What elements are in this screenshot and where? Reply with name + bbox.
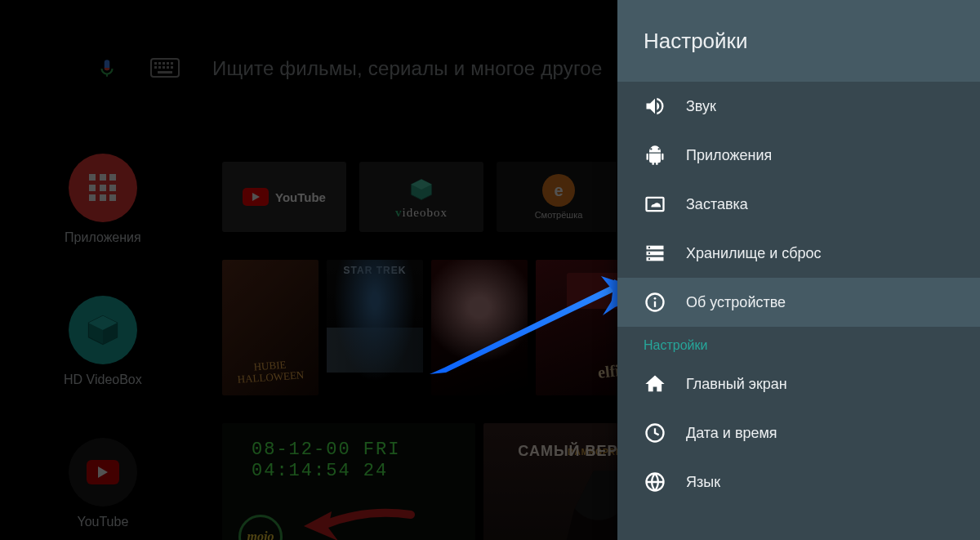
svg-rect-3 — [163, 62, 165, 65]
search-placeholder: Ищите фильмы, сериалы и многое другое — [212, 57, 602, 80]
poster-horror[interactable] — [431, 260, 528, 395]
card-videobox[interactable]: videobox — [359, 162, 483, 232]
svg-point-29 — [648, 252, 650, 254]
settings-panel: Настройки Звук Приложения Заставка Храни… — [617, 0, 980, 540]
svg-point-30 — [648, 258, 650, 260]
settings-storage-label: Хранилище и сброс — [686, 245, 822, 262]
settings-screensaver-label: Заставка — [686, 196, 748, 213]
videobox-card-icon — [407, 175, 436, 204]
settings-language-label: Язык — [686, 474, 720, 491]
settings-datetime[interactable]: Дата и время — [617, 408, 980, 457]
poster-startrek[interactable]: STAR TREK — [327, 260, 423, 395]
settings-language[interactable]: Язык — [617, 457, 980, 507]
rail-youtube-label: YouTube — [77, 515, 128, 529]
card-smotreshka[interactable]: e Смотрёшка — [497, 162, 621, 232]
red-arrow-icon — [301, 508, 415, 540]
rail-apps-label: Приложения — [65, 230, 141, 245]
storage-icon — [644, 242, 666, 265]
settings-storage[interactable]: Хранилище и сброс — [617, 229, 980, 278]
rail-apps[interactable]: Приложения — [65, 154, 141, 245]
settings-datetime-label: Дата и время — [686, 425, 777, 442]
youtube-badge-icon — [243, 188, 269, 206]
wide-poster-terminal[interactable]: 08-12-00 FRI 04:14:54 24 mojo — [222, 423, 475, 540]
settings-about[interactable]: Об устройстве — [617, 278, 980, 327]
poster-hubie-title: HUBIE HALLOWEEN — [229, 357, 311, 385]
settings-apps[interactable]: Приложения — [617, 131, 980, 180]
poster-startrek-title: STAR TREK — [327, 265, 423, 276]
content-row-1: HUBIE HALLOWEEN STAR TREK elfie — [222, 260, 632, 395]
settings-home-label: Главный экран — [686, 376, 787, 393]
youtube-icon — [69, 438, 137, 507]
svg-rect-11 — [158, 71, 172, 74]
settings-about-label: Об устройстве — [686, 294, 786, 311]
settings-section-2: Настройки — [617, 327, 980, 359]
svg-rect-1 — [154, 62, 157, 65]
videobox-icon — [69, 296, 137, 364]
apps-icon — [69, 154, 137, 222]
settings-home[interactable]: Главный экран — [617, 359, 980, 408]
globe-icon — [644, 471, 666, 493]
svg-rect-5 — [171, 62, 173, 65]
settings-screensaver[interactable]: Заставка — [617, 180, 980, 229]
card-youtube[interactable]: YouTube — [222, 162, 346, 232]
card-youtube-label: YouTube — [275, 190, 326, 204]
info-icon — [644, 291, 666, 314]
screensaver-icon — [644, 193, 666, 216]
settings-title: Настройки — [617, 0, 980, 82]
settings-sound[interactable]: Звук — [617, 82, 980, 131]
mojo-badge-icon: mojo — [238, 515, 283, 540]
svg-point-28 — [648, 247, 650, 248]
terminal-line-2: 04:14:54 24 — [252, 461, 388, 481]
svg-rect-4 — [167, 62, 169, 65]
settings-sound-label: Звук — [686, 98, 716, 115]
svg-rect-9 — [167, 66, 169, 69]
card-smotreshka-label: Смотрёшка — [535, 210, 583, 220]
svg-rect-6 — [154, 66, 157, 69]
rail-videobox-label: HD VideoBox — [64, 373, 142, 387]
svg-point-33 — [654, 297, 657, 300]
search-bar[interactable]: Ищите фильмы, сериалы и многое другое — [96, 57, 635, 80]
keyboard-icon[interactable] — [150, 58, 180, 79]
settings-apps-label: Приложения — [686, 147, 772, 164]
poster-hubie[interactable]: HUBIE HALLOWEEN — [222, 260, 318, 395]
svg-rect-7 — [158, 66, 161, 69]
rail-videobox[interactable]: HD VideoBox — [64, 296, 142, 387]
rail-youtube[interactable]: YouTube — [69, 438, 137, 529]
svg-rect-10 — [171, 66, 173, 69]
home-icon — [644, 373, 666, 395]
svg-rect-8 — [163, 66, 165, 69]
terminal-line-1: 08-12-00 FRI — [252, 440, 400, 460]
svg-rect-2 — [158, 62, 161, 65]
smotreshka-icon: e — [542, 174, 575, 207]
android-icon — [644, 144, 666, 167]
mic-icon[interactable] — [96, 58, 118, 79]
clock-icon — [644, 422, 666, 444]
card-videobox-label: videobox — [395, 206, 448, 220]
app-rail: Приложения HD VideoBox YouTube — [64, 154, 142, 529]
sound-icon — [644, 95, 666, 118]
